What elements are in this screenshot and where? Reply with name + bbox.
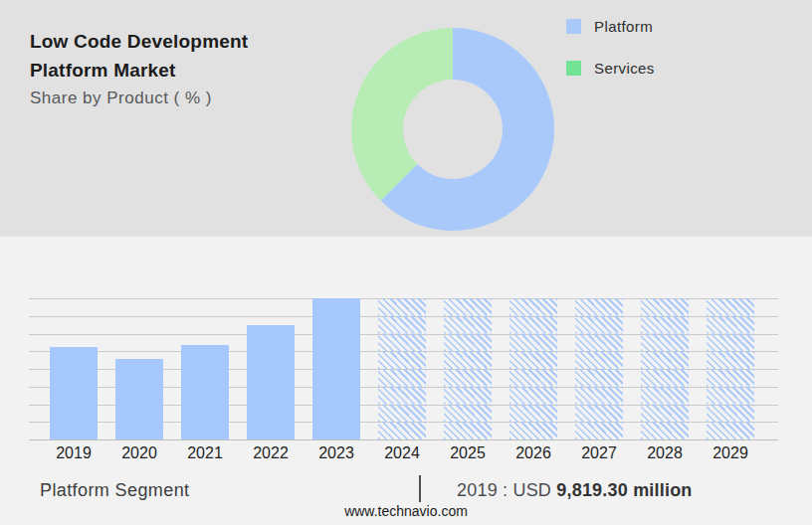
value-annotation-prefix: 2019 : USD	[457, 480, 556, 500]
x-axis-line	[29, 439, 778, 440]
x-tick-label-2019: 2019	[41, 444, 106, 462]
legend-label: Platform	[594, 18, 653, 35]
legend-swatch-platform	[566, 19, 581, 34]
bar-forecast-2026	[509, 298, 557, 439]
bar-forecast-2029	[707, 298, 754, 439]
x-tick-label-2024: 2024	[369, 444, 435, 462]
footer-divider	[419, 475, 421, 502]
report-canvas: Low Code Development Platform Market Sha…	[0, 0, 812, 525]
x-tick-label-2022: 2022	[238, 444, 304, 462]
legend-label: Services	[594, 60, 655, 77]
page-subtitle: Share by Product ( % )	[30, 88, 301, 108]
donut-chart	[351, 28, 554, 231]
bar-forecast-2025	[444, 298, 492, 439]
bar-2022	[247, 325, 295, 439]
x-tick-label-2025: 2025	[435, 444, 501, 462]
bar-2019	[50, 347, 98, 439]
x-tick-label-2021: 2021	[172, 444, 238, 462]
x-tick-label-2020: 2020	[106, 444, 172, 462]
bar-chart-plot: 2019202020212022202320242025202620272028…	[29, 298, 778, 439]
bar-2021	[181, 345, 229, 439]
segment-label: Platform Segment	[40, 480, 189, 501]
header-section: Low Code Development Platform Market Sha…	[0, 0, 812, 237]
legend-swatch-services	[566, 61, 581, 76]
bar-forecast-2028	[641, 298, 689, 439]
x-tick-label-2029: 2029	[698, 444, 763, 462]
value-annotation: 2019 : USD 9,819.30 million	[457, 480, 693, 501]
value-annotation-amount: 9,819.30 million	[556, 480, 692, 500]
donut-hole	[403, 80, 503, 179]
bar-forecast-2024	[378, 298, 426, 439]
x-tick-label-2023: 2023	[304, 444, 369, 462]
x-tick-label-2028: 2028	[632, 444, 698, 462]
legend-item-platform: Platform	[566, 18, 655, 34]
chart-legend: PlatformServices	[566, 18, 655, 101]
x-tick-label-2026: 2026	[501, 444, 566, 462]
x-tick-label-2027: 2027	[566, 444, 632, 462]
bar-2023	[312, 298, 360, 439]
title-block: Low Code Development Platform Market Sha…	[30, 27, 301, 108]
website-url: www.technavio.com	[0, 503, 812, 519]
page-title: Low Code Development Platform Market	[30, 27, 301, 85]
bar-2020	[115, 359, 163, 439]
bar-chart-section: 2019202020212022202320242025202620272028…	[0, 237, 812, 525]
legend-item-services: Services	[566, 60, 655, 76]
bar-forecast-2027	[575, 298, 623, 439]
